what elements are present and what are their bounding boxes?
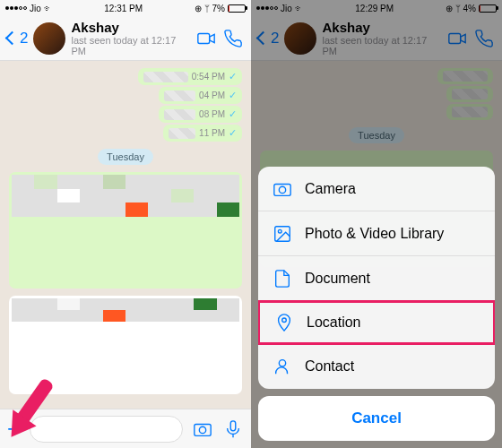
document-icon [273, 269, 292, 289]
action-sheet: Camera Photo & Video Library Document Lo… [258, 167, 495, 441]
svg-rect-1 [195, 424, 211, 435]
sheet-item-contact[interactable]: Contact [258, 344, 495, 389]
mic-button[interactable] [222, 418, 244, 440]
read-tick-icon: ✓ [229, 127, 237, 139]
last-seen: last seen today at 12:17 PM [71, 35, 190, 56]
sheet-item-location[interactable]: Location [258, 300, 495, 345]
svg-point-2 [199, 426, 205, 433]
avatar[interactable] [33, 22, 65, 55]
sheet-item-document[interactable]: Document [258, 256, 495, 301]
contact-name: Akshay [71, 20, 190, 35]
message-bubble[interactable]: 04 PM✓ [159, 87, 242, 104]
camera-icon [273, 179, 292, 199]
clock: 12:31 PM [104, 4, 143, 13]
status-bar: Jio ᯤ 12:31 PM ⊕ ᛘ 7% [0, 0, 251, 16]
svg-point-10 [279, 360, 285, 366]
camera-button[interactable] [192, 418, 213, 440]
svg-point-6 [279, 186, 285, 193]
phone-right: Jio ᯤ 12:29 PM ⊕ ᛘ 4% 2 Akshay last seen… [251, 0, 502, 448]
battery-icon [228, 4, 246, 13]
svg-point-8 [278, 229, 281, 233]
svg-rect-3 [230, 420, 236, 430]
message-bubble[interactable]: 11 PM✓ [163, 125, 242, 142]
phone-left: Jio ᯤ 12:31 PM ⊕ ᛘ 7% 2 Akshay last seen… [0, 0, 251, 448]
signal-dots [5, 6, 27, 10]
bluetooth-icon: ᛘ [204, 4, 210, 13]
back-button[interactable]: 2 [7, 30, 28, 47]
wifi-icon: ᯤ [44, 4, 53, 13]
chat-title[interactable]: Akshay last seen today at 12:17 PM [71, 20, 190, 56]
carrier-label: Jio [30, 4, 41, 13]
video-call-button[interactable] [195, 28, 217, 49]
cancel-button[interactable]: Cancel [258, 396, 495, 441]
annotation-arrow [0, 375, 56, 437]
location-icon [274, 313, 294, 332]
read-tick-icon: ✓ [229, 71, 237, 82]
contact-icon [273, 357, 292, 376]
svg-point-9 [282, 318, 287, 323]
chat-header: 2 Akshay last seen today at 12:17 PM [0, 16, 251, 61]
message-bubble[interactable]: 08 PM✓ [159, 106, 242, 123]
read-tick-icon: ✓ [229, 90, 237, 101]
photo-icon [273, 224, 292, 244]
day-chip: Tuesday [98, 149, 153, 165]
svg-rect-5 [274, 184, 290, 195]
svg-rect-0 [198, 33, 210, 43]
rotation-lock-icon: ⊕ [195, 4, 202, 13]
chat-area[interactable]: 0:54 PM✓ 04 PM✓ 08 PM✓ 11 PM✓ Tuesday [0, 61, 251, 409]
read-tick-icon: ✓ [229, 108, 237, 120]
sheet-item-photo-video[interactable]: Photo & Video Library [258, 211, 495, 256]
chevron-left-icon [5, 31, 20, 46]
sheet-item-camera[interactable]: Camera [258, 167, 495, 211]
blurred-media[interactable] [9, 172, 242, 289]
voice-call-button[interactable] [222, 28, 244, 49]
battery-pct: 7% [212, 4, 225, 13]
message-bubble[interactable]: 0:54 PM✓ [138, 68, 242, 85]
